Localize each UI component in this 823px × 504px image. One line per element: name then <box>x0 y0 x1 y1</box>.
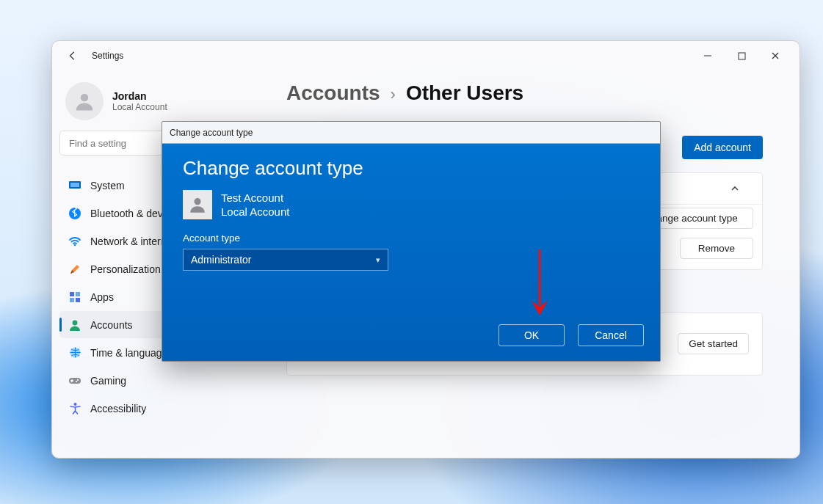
titlebar: Settings <box>52 41 800 70</box>
cancel-button[interactable]: Cancel <box>578 324 644 346</box>
brush-icon <box>68 263 81 276</box>
add-account-button[interactable]: Add account <box>682 136 763 159</box>
apps-icon <box>68 291 81 304</box>
svg-rect-4 <box>70 183 79 187</box>
display-icon <box>68 179 81 192</box>
window-title: Settings <box>92 51 123 61</box>
gamepad-icon <box>68 374 81 387</box>
svg-point-18 <box>194 198 200 205</box>
svg-point-6 <box>74 244 76 246</box>
sidebar-item-label: Accessibility <box>90 403 146 414</box>
dialog-title: Change account type <box>170 128 253 138</box>
svg-rect-0 <box>739 53 745 59</box>
bluetooth-icon <box>68 207 81 220</box>
ok-button[interactable]: OK <box>498 324 565 346</box>
sidebar-item-label: Personalization <box>90 263 161 275</box>
breadcrumb-current: Other Users <box>406 81 523 105</box>
account-type-label: Account type <box>183 233 240 244</box>
breadcrumb-separator: › <box>391 85 396 104</box>
sidebar-item-label: System <box>90 180 125 191</box>
svg-rect-10 <box>76 298 80 302</box>
dialog-account-row: Test Account Local Account <box>183 190 639 219</box>
sidebar-item-label: Gaming <box>90 375 126 387</box>
svg-point-14 <box>77 379 79 380</box>
sidebar-item-label: Apps <box>90 291 114 303</box>
breadcrumb-parent[interactable]: Accounts <box>286 81 380 105</box>
breadcrumb: Accounts › Other Users <box>286 81 763 105</box>
kiosk-get-started-button[interactable]: Get started <box>678 333 749 354</box>
access-icon <box>68 402 81 415</box>
globe-icon <box>68 346 81 359</box>
minimize-button[interactable] <box>691 44 725 67</box>
svg-point-11 <box>73 320 78 325</box>
dialog-account-name: Test Account <box>221 191 289 205</box>
avatar <box>65 82 104 120</box>
svg-point-15 <box>76 380 77 381</box>
svg-rect-7 <box>70 292 74 296</box>
svg-rect-9 <box>70 298 74 302</box>
remove-account-button[interactable]: Remove <box>680 238 753 259</box>
sidebar-item-label: Time & language <box>90 347 167 359</box>
account-type-dropdown[interactable]: Administrator ▾ <box>183 249 388 271</box>
person-icon <box>68 318 81 332</box>
sidebar-item-label: Accounts <box>90 319 133 331</box>
account-type-value: Administrator <box>191 254 251 266</box>
close-button[interactable] <box>758 44 792 67</box>
svg-point-16 <box>73 403 76 406</box>
wifi-icon <box>68 235 81 248</box>
back-button[interactable] <box>62 45 83 66</box>
change-account-type-dialog: Change account type Change account type … <box>162 121 661 362</box>
dialog-heading: Change account type <box>183 157 639 180</box>
chevron-up-icon <box>730 183 749 194</box>
svg-rect-8 <box>76 292 80 296</box>
profile-subtitle: Local Account <box>112 102 167 112</box>
dialog-titlebar: Change account type <box>162 122 660 144</box>
sidebar-item-accessibility[interactable]: Accessibility <box>59 395 261 422</box>
profile-name: Jordan <box>112 90 167 102</box>
chevron-down-icon: ▾ <box>376 255 380 265</box>
dialog-account-sub: Local Account <box>221 205 289 219</box>
svg-point-1 <box>81 94 89 102</box>
user-icon <box>183 190 212 219</box>
sidebar-item-gaming[interactable]: Gaming <box>59 367 261 394</box>
maximize-button[interactable] <box>725 44 758 67</box>
